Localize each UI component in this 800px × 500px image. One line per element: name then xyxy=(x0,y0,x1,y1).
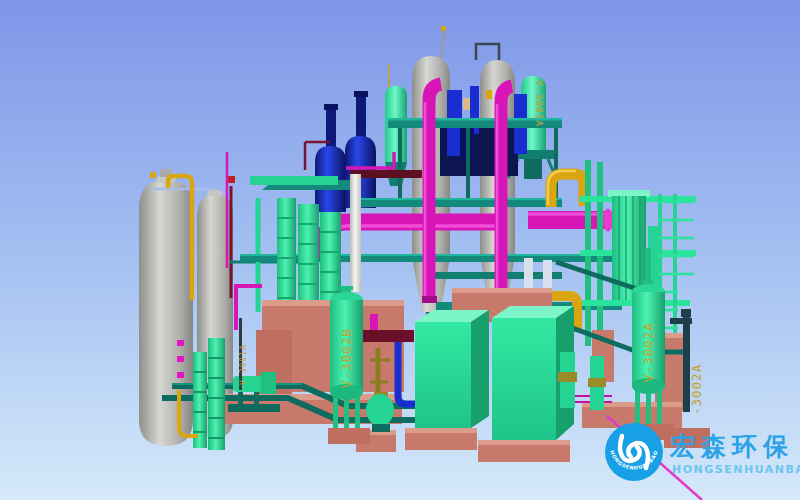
equipment-enclosures xyxy=(415,306,574,440)
vendor-logo: HONGSENHUANBAO 宏森环保 HONGSENHUANBAO xyxy=(605,423,800,481)
plant-3d-render: V-3001A V-3001A V-3002B V-3002A -3002A H… xyxy=(0,0,800,500)
label-top-vessel: V-3001A xyxy=(534,80,545,127)
logo-english-name: HONGSENHUANBAO xyxy=(672,463,800,476)
label-tank-gauge: V-3001A xyxy=(239,344,248,385)
label-v3002a: V-3002A xyxy=(641,322,656,382)
logo-chinese-name: 宏森环保 xyxy=(669,432,794,461)
ladder-rail xyxy=(673,194,677,334)
cad-render-viewport: V-3001A V-3001A V-3002B V-3002A -3002A H… xyxy=(0,0,800,500)
white-standpipe xyxy=(350,174,361,292)
label-pipe-3002a: -3002A xyxy=(689,364,704,415)
label-v3002b: V-3002B xyxy=(339,328,354,388)
